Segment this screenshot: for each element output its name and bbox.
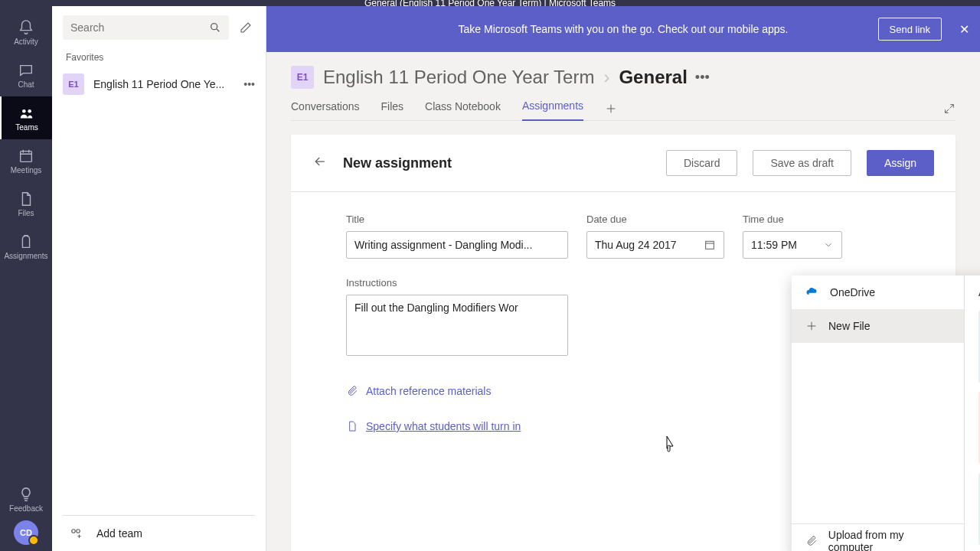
tab-assignments[interactable]: Assignments <box>522 99 583 121</box>
team-name: English 11 Period One Ye... <box>93 78 234 90</box>
search-box[interactable] <box>63 15 229 40</box>
add-team-icon <box>69 527 83 540</box>
compose-icon <box>239 21 253 34</box>
lightbulb-icon <box>18 486 34 503</box>
rail-files[interactable]: Files <box>0 182 52 225</box>
svg-rect-7 <box>668 445 670 452</box>
chevron-down-icon <box>823 240 834 250</box>
instructions-input[interactable]: Fill out the Dangling Modifiers Wor <box>346 295 568 356</box>
tab-conversations[interactable]: Conversations <box>291 100 360 120</box>
save-draft-button[interactable]: Save as draft <box>753 150 851 176</box>
time-due-input[interactable]: 11:59 PM <box>743 231 842 259</box>
channel-avatar: E1 <box>291 66 314 89</box>
rail-meetings[interactable]: Meetings <box>0 139 52 182</box>
assign-button[interactable]: Assign <box>867 150 934 176</box>
chat-icon <box>18 62 34 79</box>
banner-close-button[interactable]: ✕ <box>959 22 969 37</box>
team-more-button[interactable]: ••• <box>243 78 255 90</box>
plus-icon <box>805 320 818 332</box>
team-item[interactable]: E1 English 11 Period One Ye... ••• <box>52 67 266 101</box>
attachment-icon <box>346 385 358 397</box>
expand-icon <box>943 103 956 115</box>
tab-files[interactable]: Files <box>381 100 404 120</box>
add-team-button[interactable]: Add team <box>52 516 266 551</box>
time-due-label: Time due <box>743 214 842 225</box>
document-icon <box>346 420 358 432</box>
search-input[interactable] <box>70 21 209 34</box>
mobile-banner: Take Microsoft Teams with you on the go.… <box>266 6 980 52</box>
rail-teams[interactable]: Teams <box>0 96 52 139</box>
date-due-label: Date due <box>586 214 724 225</box>
user-avatar[interactable]: CD <box>14 520 38 545</box>
tab-class-notebook[interactable]: Class Notebook <box>425 100 501 120</box>
rail-feedback[interactable]: Feedback <box>0 478 52 520</box>
cursor-icon <box>662 435 677 457</box>
team-avatar: E1 <box>63 73 84 95</box>
date-due-input[interactable]: Thu Aug 24 2017 <box>586 231 724 259</box>
channel-tabs: Conversations Files Class Notebook Assig… <box>291 89 956 121</box>
instructions-label: Instructions <box>346 277 568 289</box>
svg-point-3 <box>211 24 217 30</box>
onedrive-icon <box>805 285 819 299</box>
svg-rect-2 <box>21 151 32 161</box>
backpack-icon <box>18 233 34 250</box>
rail-chat[interactable]: Chat <box>0 54 52 96</box>
popup-upload-option[interactable]: Upload from my computer <box>792 523 964 551</box>
teams-icon <box>18 105 35 122</box>
banner-text: Take Microsoft Teams with you on the go.… <box>459 23 789 35</box>
attachment-icon <box>805 535 818 547</box>
specify-turn-in-link[interactable]: Specify what students will turn in <box>346 420 568 432</box>
popup-onedrive-option[interactable]: OneDrive <box>792 276 964 309</box>
popup-new-file-option[interactable]: New File <box>792 309 964 343</box>
title-bar: General (English 11 Period One Year Term… <box>0 0 980 6</box>
breadcrumb: E1 English 11 Period One Year Term › Gen… <box>291 66 956 89</box>
breadcrumb-current: General <box>619 67 687 88</box>
plus-icon <box>605 103 617 115</box>
svg-point-5 <box>77 530 80 533</box>
file-icon <box>18 191 34 207</box>
breadcrumb-parent[interactable]: English 11 Period One Year Term <box>323 67 594 88</box>
back-button[interactable] <box>312 154 328 172</box>
add-tab-button[interactable] <box>605 103 617 118</box>
main-content: Take Microsoft Teams with you on the go.… <box>266 6 980 551</box>
page-title: New assignment <box>343 155 651 171</box>
svg-point-0 <box>22 109 26 112</box>
send-link-button[interactable]: Send link <box>878 18 942 41</box>
expand-button[interactable] <box>943 103 956 118</box>
chevron-right-icon: › <box>603 67 609 88</box>
svg-rect-6 <box>706 241 714 249</box>
search-icon <box>209 21 221 34</box>
app-rail: Activity Chat Teams Meetings Files Assig… <box>0 6 52 551</box>
arrow-left-icon <box>312 154 328 169</box>
calendar-icon <box>704 239 716 251</box>
left-panel: Favorites E1 English 11 Period One Ye...… <box>52 6 266 551</box>
compose-button[interactable] <box>237 18 255 37</box>
bell-icon <box>18 19 34 36</box>
discard-button[interactable]: Discard <box>666 150 737 176</box>
breadcrumb-more-button[interactable]: ••• <box>695 70 710 86</box>
attach-file-popup: OneDrive New File Upload from my compute… <box>792 276 980 551</box>
favorites-label: Favorites <box>52 49 266 67</box>
svg-point-4 <box>72 530 76 533</box>
attach-reference-link[interactable]: Attach reference materials <box>346 385 568 397</box>
title-label: Title <box>346 214 568 225</box>
rail-activity[interactable]: Activity <box>0 11 52 54</box>
channel-header: E1 English 11 Period One Year Term › Gen… <box>266 52 980 121</box>
svg-point-1 <box>28 109 31 112</box>
title-input[interactable]: Writing assignment - Dangling Modi... <box>346 231 568 259</box>
rail-assignments[interactable]: Assignments <box>0 225 52 268</box>
calendar-icon <box>18 148 34 165</box>
